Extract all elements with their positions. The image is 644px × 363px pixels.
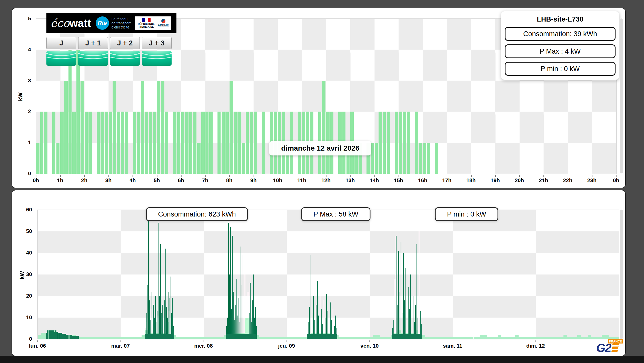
peak-bar — [161, 313, 162, 339]
power-bar — [44, 112, 47, 174]
ecowatt-forecast-tile-j2[interactable] — [110, 51, 140, 66]
y-tick-label: 2 — [28, 108, 31, 114]
power-bar — [460, 337, 463, 339]
g2e-logo-text: G2 — [596, 342, 611, 354]
peak-bar — [231, 309, 232, 339]
tab-j3[interactable]: J + 3 — [142, 37, 172, 66]
power-bar — [373, 335, 377, 339]
peak-bar — [397, 305, 398, 339]
power-bar — [138, 337, 141, 339]
peak-bar — [248, 292, 248, 339]
x-tick-label: 2h — [81, 177, 87, 183]
tab-j1[interactable]: J + 1 — [78, 37, 108, 66]
power-bar — [487, 337, 491, 339]
ecowatt-forecast-tile-j1[interactable] — [78, 51, 108, 66]
peak-bar — [308, 322, 309, 339]
power-bar — [422, 335, 425, 339]
power-bar — [356, 337, 359, 339]
x-axis: lun. 06mar. 07mer. 08jeu. 09ven. 10sam. … — [37, 340, 619, 349]
x-axis: 0h1h2h3h4h5h6h7h8h9h10h11h12h13h14h15h16… — [36, 175, 616, 184]
tab-j2-button[interactable]: J + 2 — [110, 37, 140, 49]
tab-j1-button[interactable]: J + 1 — [78, 37, 108, 49]
site-stats-card: LHB-site-L730 Consommation: 39 kWh P Max… — [501, 11, 619, 80]
power-bar — [242, 143, 245, 174]
power-bar — [432, 337, 435, 339]
power-bar — [322, 81, 325, 174]
power-bar — [377, 335, 380, 339]
x-tick-label: 17h — [442, 177, 451, 183]
weekly-chart-plot[interactable]: Consommation: 623 kWh P Max : 58 kW P mi… — [37, 210, 619, 339]
peak-bar — [396, 236, 396, 339]
power-bar — [345, 337, 349, 339]
chart-scrollbar[interactable] — [620, 210, 623, 339]
peak-bar — [228, 223, 229, 339]
power-bar — [72, 112, 76, 174]
peak-bar — [410, 274, 411, 339]
peak-bar — [226, 326, 227, 339]
power-bar — [149, 112, 152, 174]
peak-bar — [402, 313, 402, 339]
tab-j-button[interactable]: J — [46, 37, 76, 49]
peak-bar — [324, 300, 324, 339]
power-bar — [539, 337, 543, 339]
power-bar — [557, 337, 560, 339]
peak-bar — [329, 322, 329, 339]
power-bar — [131, 337, 134, 339]
power-bar — [574, 337, 577, 339]
power-bar — [352, 337, 356, 339]
power-bar — [616, 337, 619, 339]
power-bar — [259, 337, 262, 339]
peak-bar — [403, 253, 404, 339]
x-tick-label: 7h — [202, 177, 208, 183]
peak-bar — [246, 302, 246, 339]
power-bar — [137, 112, 140, 174]
power-bar — [366, 337, 370, 339]
power-bar — [103, 337, 107, 339]
chart-scrollbar[interactable] — [620, 18, 623, 173]
peak-bar — [412, 316, 412, 339]
power-bar — [379, 112, 382, 174]
power-bar — [107, 337, 110, 339]
peak-bar — [157, 311, 157, 339]
power-bar — [173, 112, 176, 174]
power-bar — [446, 337, 449, 339]
power-bar — [349, 337, 352, 339]
power-bar — [88, 112, 92, 174]
peak-bar — [249, 313, 249, 339]
power-bar — [185, 112, 189, 174]
peak-bar — [236, 279, 237, 339]
power-bar — [387, 112, 390, 174]
power-bar — [201, 112, 205, 174]
peak-bar — [325, 318, 325, 339]
power-bar — [217, 337, 221, 339]
peak-bar — [334, 326, 334, 339]
republique-francaise-label: RÉPUBLIQUE FRANÇAISE — [138, 23, 155, 28]
x-tick-label: sam. 11 — [443, 343, 462, 349]
tab-j3-button[interactable]: J + 3 — [142, 37, 172, 49]
power-bar — [423, 143, 426, 174]
ecowatt-forecast-tile-j3[interactable] — [142, 51, 172, 66]
consumption-stat: Consommation: 623 kWh — [146, 207, 248, 221]
power-bar — [563, 335, 567, 339]
x-tick-label: 13h — [345, 177, 355, 183]
power-bar — [204, 337, 207, 339]
republique-francaise-logo: RÉPUBLIQUE FRANÇAISE — [138, 18, 155, 28]
x-tick-label: 3h — [105, 177, 112, 183]
tab-j2[interactable]: J + 2 — [110, 37, 140, 66]
x-tick-label: 15h — [394, 177, 403, 183]
power-bar — [135, 337, 138, 339]
power-bar — [553, 337, 557, 339]
ecowatt-forecast-tile-j[interactable] — [46, 51, 76, 66]
power-bar — [612, 337, 615, 339]
y-axis: 0102030405060 — [19, 210, 35, 339]
peak-bar — [162, 305, 162, 339]
peak-bar — [158, 223, 159, 339]
power-bar — [384, 337, 387, 339]
peak-bar — [413, 296, 413, 339]
power-bar — [121, 337, 124, 339]
peak-bar — [317, 281, 318, 339]
peak-bar — [318, 316, 319, 339]
power-bar — [287, 337, 290, 339]
x-tick-label: mar. 07 — [111, 343, 130, 349]
tab-j[interactable]: J — [46, 37, 76, 66]
